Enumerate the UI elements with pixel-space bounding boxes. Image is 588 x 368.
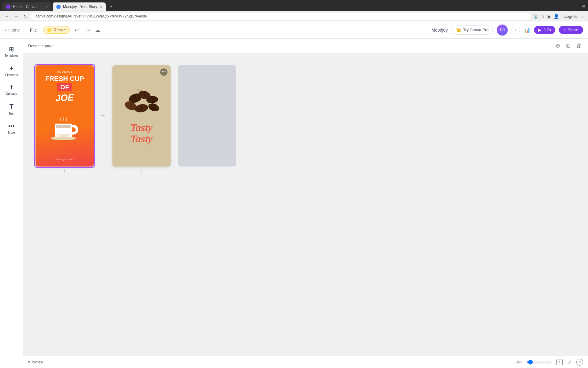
copy-page-icon[interactable]: ⧉ <box>565 41 571 50</box>
forward-button[interactable]: → <box>13 13 20 19</box>
undo-button[interactable]: ↩ <box>74 25 81 35</box>
slide-2-wrapper: ••• <box>112 65 171 173</box>
elements-icon: ✦ <box>9 65 14 72</box>
crown-icon: 👑 <box>456 28 461 33</box>
slide-1-wrapper: MOODJOY FRESH CUP OF JOE <box>36 65 94 173</box>
templates-icon: ⊞ <box>9 45 14 53</box>
try-pro-label: Try Canva Pro <box>463 28 488 32</box>
slide2-tasty-text1: Tasty <box>130 122 153 133</box>
text-label: Text <box>9 112 14 115</box>
play-button[interactable]: ▶ 2.7s <box>534 26 555 34</box>
coffee-beans-area: Canva <box>119 87 164 118</box>
slide-2-card[interactable]: ••• <box>112 65 171 167</box>
home-button[interactable]: ‹ Home <box>5 27 20 33</box>
tab-home-canva[interactable]: Home - Canva ✕ <box>2 2 51 11</box>
slide1-brand-area: MOODJOY FRESH CUP OF JOE <box>45 70 84 103</box>
browser-menu-icon[interactable]: ☰ <box>582 5 586 9</box>
uploads-label: Uploads <box>6 92 17 95</box>
fullscreen-button[interactable]: ⤢ <box>567 359 571 365</box>
sidebar-item-text[interactable]: T Text <box>1 100 22 118</box>
zoom-value: 18% <box>515 360 522 364</box>
elements-label: Elements <box>5 73 18 77</box>
incognito-label: Incognito <box>561 14 578 19</box>
tab-moodjoy-label: Moodjoy - Your Story <box>63 5 97 9</box>
page-count: 1 <box>559 361 560 364</box>
coffee-cup-area <box>49 116 80 147</box>
more-options-icon[interactable]: ⋮ <box>580 14 584 19</box>
slide2-tasty-text2: Tasty <box>130 133 153 144</box>
slide2-more-button[interactable]: ••• <box>160 68 168 76</box>
text-icon: T <box>9 103 13 111</box>
moodjoy-favicon <box>56 5 61 9</box>
zoom-slider[interactable] <box>527 360 552 365</box>
try-canva-pro-button[interactable]: 👑 Try Canva Pro <box>451 25 493 35</box>
notes-label: Notes <box>32 360 43 364</box>
deselect-button[interactable]: Deselect page <box>28 44 54 48</box>
slide1-tagline: Come get some <box>56 158 73 160</box>
resize-button[interactable]: 🌟 Resize <box>43 26 70 34</box>
canvas-area: Deselect page ⊕ ⧉ 🗑 MOODJOY FRESH CUP <box>23 39 588 368</box>
slide-1-num: 1 <box>64 169 66 173</box>
avatar-button[interactable]: SJ <box>497 25 508 36</box>
file-button[interactable]: File <box>28 26 40 34</box>
slide-3-card[interactable]: + <box>178 65 236 167</box>
page-icon: 1 <box>556 359 563 365</box>
share-button[interactable]: ↑ Share <box>559 26 583 34</box>
tab-home-close[interactable]: ✕ <box>45 5 48 9</box>
connector-1-2: + <box>101 111 105 119</box>
tab-moodjoy-close[interactable]: ✕ <box>100 5 102 9</box>
svg-point-1 <box>51 136 76 140</box>
play-label: 2.7s <box>543 28 551 32</box>
notes-button[interactable]: ≡ Notes <box>28 360 43 364</box>
coffee-beans-svg: Canva <box>119 87 164 118</box>
share-label: Share <box>567 28 578 32</box>
add-button[interactable]: + <box>511 26 520 34</box>
more-icon: ••• <box>8 123 15 130</box>
sidebar-item-templates[interactable]: ⊞ Templates <box>1 42 22 60</box>
resize-label: Resize <box>54 28 66 32</box>
refresh-button[interactable]: ↻ <box>22 13 28 19</box>
sidebar-item-more[interactable]: ••• More <box>1 120 22 137</box>
pages-container: MOODJOY FRESH CUP OF JOE <box>23 53 588 356</box>
notes-icon: ≡ <box>28 360 31 364</box>
header-left: ‹ Home File 🌟 Resize ↩ ↪ ☁ <box>5 25 100 35</box>
address-bar[interactable]: canva.com/design/DAFNVetRTV8/J1WoMZtkPXc… <box>31 13 531 20</box>
slide-2-num: 2 <box>141 169 143 173</box>
add-page-icon[interactable]: ⊕ <box>554 41 561 50</box>
share-icon: ↑ <box>564 28 566 32</box>
slide-3-wrapper: + <box>178 65 236 167</box>
uploads-icon: ⬆ <box>9 84 14 91</box>
slide-1-card[interactable]: MOODJOY FRESH CUP OF JOE <box>36 65 94 167</box>
nav-bar: ← → ↻ canva.com/design/DAFNVetRTV8/J1WoM… <box>0 11 588 21</box>
tab-bar: Home - Canva ✕ Moodjoy - Your Story ✕ + … <box>0 0 588 11</box>
slide1-of: OF <box>57 83 72 91</box>
slide-1-content: MOODJOY FRESH CUP OF JOE <box>36 65 94 167</box>
header-right: Moodjoy 👑 Try Canva Pro SJ + 📊 ▶ 2.7s ↑ … <box>432 25 583 36</box>
home-icon: ‹ <box>5 27 6 33</box>
cloud-save-icon[interactable]: ☁ <box>95 27 100 33</box>
delete-page-icon[interactable]: 🗑 <box>575 41 583 50</box>
slide-2-content: ••• <box>112 65 171 167</box>
chart-icon[interactable]: 📊 <box>524 27 530 33</box>
cast-icon: 📡 <box>533 14 538 19</box>
main-layout: ⊞ Templates ✦ Elements ⬆ Uploads T Text … <box>0 39 588 368</box>
bookmark-icon[interactable]: ☆ <box>541 14 545 19</box>
slide1-title-area: FRESH CUP OF JOE <box>45 75 84 103</box>
page-indicator: 1 <box>556 359 563 365</box>
add-slide-icon: + <box>205 111 209 121</box>
tab-moodjoy[interactable]: Moodjoy - Your Story ✕ <box>53 2 106 11</box>
slide1-fresh: FRESH CUP <box>45 75 84 82</box>
redo-button[interactable]: ↪ <box>84 25 91 35</box>
tab-home-label: Home - Canva <box>13 5 36 9</box>
back-button[interactable]: ← <box>4 13 10 19</box>
resize-icon: 🌟 <box>47 28 52 32</box>
profile-icon[interactable]: 👤 <box>554 14 559 19</box>
help-button[interactable]: ? <box>576 359 583 366</box>
sidebar-toggle-icon[interactable]: ▣ <box>547 14 551 19</box>
new-tab-button[interactable]: + <box>107 4 115 10</box>
sidebar-item-elements[interactable]: ✦ Elements <box>1 62 22 80</box>
plus-connector[interactable]: + <box>101 111 105 119</box>
slide1-joe-area: JOE <box>45 93 84 103</box>
slide2-tasty-area: Tasty Tasty <box>130 122 153 145</box>
sidebar-item-uploads[interactable]: ⬆ Uploads <box>1 81 22 98</box>
